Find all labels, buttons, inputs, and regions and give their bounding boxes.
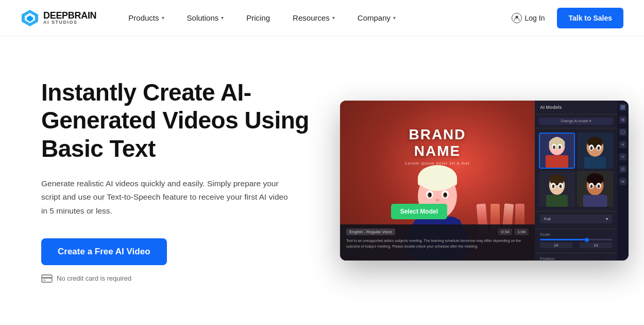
company-chevron-icon: ▾ [393,15,396,21]
lang-bar: English - Regular Voice 0:34 1:08 [346,229,529,235]
svg-point-43 [560,185,562,188]
nav-links: Products ▾ Solutions ▾ Pricing Resources… [117,0,503,36]
svg-point-27 [558,145,561,149]
svg-point-18 [445,193,447,196]
navbar: DEEPBRAIN AI STUDIOS Products ▾ Solution… [0,0,644,36]
resources-chevron-icon: ▾ [332,15,335,21]
change-ai-model-btn[interactable]: Change AI model ▾ [539,118,613,125]
logo-text: DEEPBRAIN AI STUDIOS [43,11,96,25]
logo[interactable]: DEEPBRAIN AI STUDIOS [21,9,96,27]
svg-rect-59 [621,181,624,183]
nav-products[interactable]: Products ▾ [117,0,175,36]
scale-values-row: 24 14 [540,242,612,248]
credit-card-icon [41,274,53,283]
solutions-chevron-icon: ▾ [221,15,224,21]
panel-icon-4[interactable] [619,141,626,148]
full-dropdown[interactable]: Full ▾ [540,215,612,223]
position-label: Position [540,256,612,261]
logo-deepbrain: DEEPBRAIN [43,11,96,20]
canvas-bottom-bar: English - Regular Voice 0:34 1:08 Text t… [340,224,535,261]
script-text-2: outcome of today's meeting. Please doubl… [346,244,529,250]
right-panel: AI Models Change AI model ▾ [535,101,617,261]
login-button[interactable]: Log In [503,9,553,27]
svg-point-34 [590,147,593,150]
panel-icon-7[interactable] [619,178,626,185]
create-free-video-button[interactable]: Create a Free AI Video [41,238,167,265]
panel-full-section: Full ▾ [535,211,617,229]
svg-rect-47 [583,195,607,207]
hero-left: Instantly Create AI- Generated Videos Us… [41,78,309,283]
panel-icon-2[interactable] [619,116,626,123]
svg-point-50 [590,185,593,188]
panel-icon-1[interactable] [619,104,626,111]
script-text-1: Text to an unsupported arbico subjects m… [346,238,529,244]
screenshot-inner: BRAND NAME Lorem ipsum dolor sit a met [340,101,629,261]
model-grid [535,128,617,211]
svg-rect-6 [43,280,46,281]
select-model-button[interactable]: Select Model [391,204,447,219]
scale-y-val[interactable]: 14 [580,242,612,248]
model-thumb-3[interactable] [539,171,575,207]
nav-pricing[interactable]: Pricing [235,0,281,36]
panel-header: AI Models [535,101,617,115]
svg-rect-31 [584,157,606,169]
product-screenshot: BRAND NAME Lorem ipsum dolor sit a met [340,101,629,261]
scale-x-val[interactable]: 24 [540,242,572,248]
time-badge-2: 1:08 [514,229,529,235]
nav-right: Log In Talk to Sales [503,8,624,28]
hero-subtext: Generate realistic AI videos quickly and… [41,177,289,218]
nav-solutions[interactable]: Solutions ▾ [176,0,235,36]
model-thumb-4[interactable] [577,171,613,207]
svg-point-53 [621,118,624,121]
user-icon [512,13,522,23]
main-canvas: BRAND NAME Lorem ipsum dolor sit a met [340,101,535,261]
svg-point-42 [552,185,555,188]
hero-right: BRAND NAME Lorem ipsum dolor sit a met [340,101,629,261]
heading-line2: Generated Videos Using [41,107,309,134]
scale-slider-fill [540,239,587,240]
svg-rect-23 [546,155,568,168]
logo-icon [21,9,39,27]
svg-point-26 [553,145,555,149]
scale-slider[interactable] [540,239,612,240]
svg-point-57 [622,168,624,170]
model-thumb-2[interactable] [577,133,613,169]
svg-rect-39 [546,195,568,207]
hero-section: Instantly Create AI- Generated Videos Us… [0,36,644,325]
svg-point-46 [587,173,604,185]
heading-line3: Basic Text [41,135,156,162]
scale-slider-thumb[interactable] [585,238,589,242]
model-thumb-1[interactable] [539,133,575,169]
svg-point-22 [549,138,565,149]
svg-point-17 [429,193,431,196]
panel-icon-5[interactable] [619,153,626,160]
nav-resources[interactable]: Resources ▾ [281,0,346,36]
logo-studios: AI STUDIOS [43,20,96,25]
scale-label: Scale [540,232,612,237]
svg-point-35 [598,147,600,150]
svg-point-19 [435,199,439,202]
no-credit-card-notice: No credit card is required [41,274,309,283]
hero-heading: Instantly Create AI- Generated Videos Us… [41,78,309,163]
products-chevron-icon: ▾ [162,15,164,21]
svg-rect-5 [42,277,52,279]
panel-scale-section: Scale 24 14 [535,229,617,253]
panel-icon-6[interactable] [619,166,626,173]
nav-company[interactable]: Company ▾ [346,0,407,36]
svg-rect-54 [621,131,624,134]
svg-point-51 [598,185,600,188]
svg-rect-52 [621,105,625,109]
language-badge: English - Regular Voice [346,229,395,235]
heading-line1: Instantly Create AI- [41,79,251,106]
svg-rect-12 [418,175,457,186]
panel-icons-strip [617,101,629,261]
time-badge-1: 0:34 [498,229,513,235]
panel-icon-3[interactable] [619,128,626,136]
talk-to-sales-button[interactable]: Talk to Sales [557,8,623,28]
panel-position-section: Position 61 28 [535,253,617,261]
